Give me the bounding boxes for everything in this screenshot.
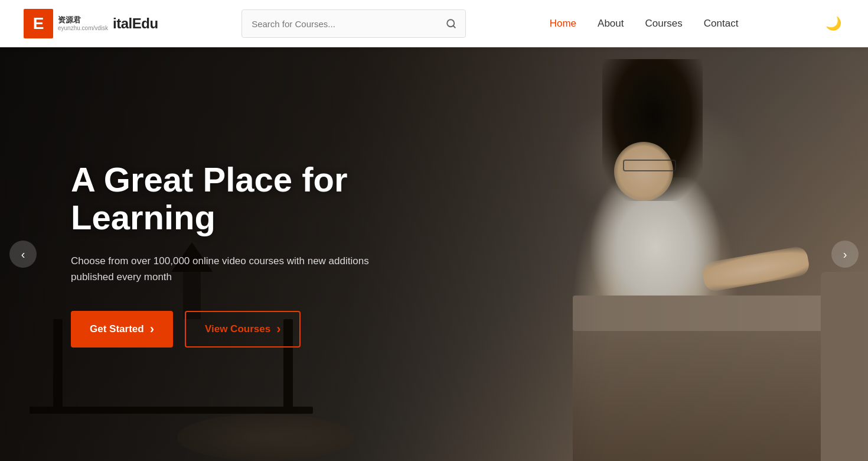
chevron-right-icon: › bbox=[276, 322, 280, 337]
carousel-prev-button[interactable]: ‹ bbox=[9, 241, 37, 268]
get-started-button[interactable]: Get Started › bbox=[71, 311, 173, 348]
nav-contact[interactable]: Contact bbox=[704, 18, 739, 29]
search-icon bbox=[446, 18, 456, 29]
hero-section: ‹ A Great Place for Learning Choose from… bbox=[0, 47, 868, 461]
navbar: E 资源君 eyunzhu.com/vdisk italEdu Home Abo… bbox=[0, 0, 868, 47]
nav-about[interactable]: About bbox=[598, 18, 624, 29]
search-bar bbox=[242, 9, 466, 38]
hero-description: Choose from over 100,000 online video co… bbox=[71, 253, 378, 285]
view-courses-button[interactable]: View Courses › bbox=[185, 311, 301, 348]
hero-content: A Great Place for Learning Choose from o… bbox=[71, 161, 425, 348]
search-button[interactable] bbox=[436, 9, 466, 38]
svg-line-1 bbox=[453, 25, 455, 27]
logo-icon: E bbox=[24, 9, 53, 38]
chevron-right-icon: › bbox=[150, 322, 154, 337]
logo-area: E 资源君 eyunzhu.com/vdisk italEdu bbox=[24, 9, 158, 38]
nav-links: Home About Courses Contact bbox=[550, 18, 739, 30]
hero-title: A Great Place for Learning bbox=[71, 161, 425, 236]
brand-name: italEdu bbox=[113, 15, 158, 32]
search-input[interactable] bbox=[242, 9, 466, 38]
dark-mode-toggle[interactable]: 🌙 bbox=[822, 12, 844, 35]
hero-buttons: Get Started › View Courses › bbox=[71, 311, 425, 348]
logo-text: 资源君 eyunzhu.com/vdisk bbox=[58, 16, 108, 31]
carousel-next-button[interactable]: › bbox=[831, 241, 859, 268]
nav-courses[interactable]: Courses bbox=[645, 18, 683, 29]
nav-home[interactable]: Home bbox=[550, 18, 576, 29]
